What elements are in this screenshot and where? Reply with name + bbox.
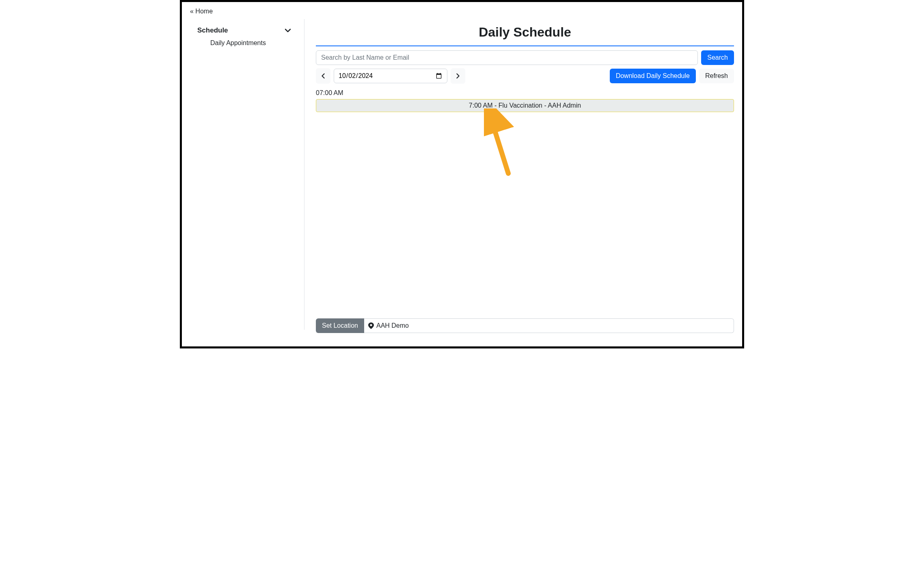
appointment-row[interactable]: 7:00 AM - Flu Vaccination - AAH Admin [316,99,734,112]
sidebar-section-schedule[interactable]: Schedule [190,24,296,37]
chevron-down-icon [285,27,291,34]
breadcrumb: « Home [182,2,742,19]
date-input[interactable] [334,69,447,83]
content: Schedule Daily Appointments Daily Schedu… [182,19,742,345]
chevron-left-icon [320,73,326,79]
download-schedule-button[interactable]: Download Daily Schedule [610,69,696,83]
sidebar: Schedule Daily Appointments [182,19,304,330]
search-row: Search [316,50,734,65]
breadcrumb-home-link[interactable]: « Home [190,8,213,15]
title-underline [316,45,734,46]
location-field[interactable]: AAH Demo [364,318,734,333]
timeslot-label: 07:00 AM [316,89,734,97]
annotation-arrow-icon [484,108,516,177]
svg-line-0 [490,114,508,173]
search-input[interactable] [316,50,698,65]
search-button[interactable]: Search [701,50,734,65]
map-pin-icon [368,322,374,329]
page-title: Daily Schedule [316,25,734,40]
refresh-button[interactable]: Refresh [699,69,734,83]
location-bar: Set Location AAH Demo [316,318,734,333]
main-panel: Daily Schedule Search [304,19,742,345]
sidebar-item-daily-appointments[interactable]: Daily Appointments [190,37,296,49]
sidebar-section-label: Schedule [197,26,228,35]
app-frame: « Home Schedule Daily Appointments Daily… [180,0,744,348]
next-day-button[interactable] [451,68,465,84]
chevron-right-icon [455,73,461,79]
prev-day-button[interactable] [316,68,330,84]
date-row: Download Daily Schedule Refresh [316,68,734,84]
set-location-button[interactable]: Set Location [316,318,364,333]
location-value: AAH Demo [376,322,409,329]
